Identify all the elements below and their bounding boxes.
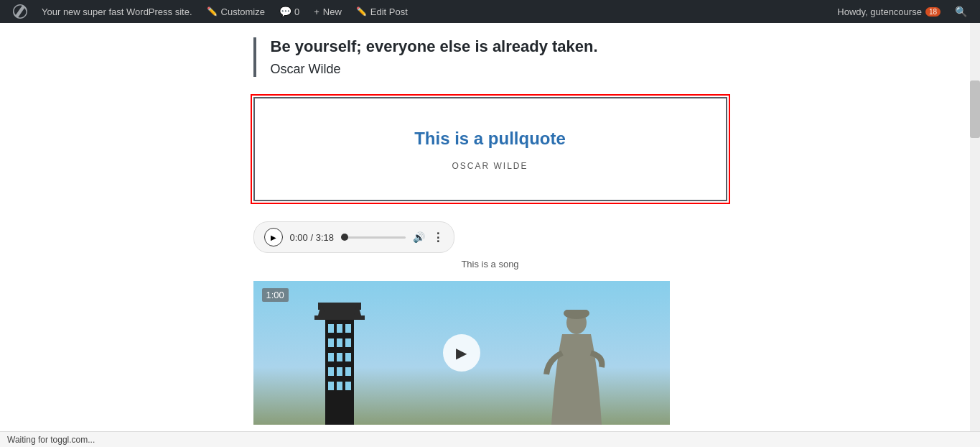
adminbar-right: Howdy, gutencourse 18 🔍 xyxy=(830,0,974,23)
customize-button[interactable]: ✏️ Customize xyxy=(200,0,272,23)
pullquote-block[interactable]: This is a pullquote OSCAR WILDE xyxy=(253,97,727,201)
comment-icon: 💬 xyxy=(279,6,291,17)
new-button[interactable]: + New xyxy=(307,0,349,23)
svg-rect-1 xyxy=(322,310,358,315)
svg-rect-0 xyxy=(318,303,361,310)
blockquote-block: Be yourself; everyone else is already ta… xyxy=(253,37,727,77)
svg-rect-7 xyxy=(328,338,334,347)
site-name-button[interactable]: Your new super fast WordPress site. xyxy=(34,0,200,23)
scrollbar-track xyxy=(970,23,980,425)
audio-progress-dot xyxy=(341,234,348,241)
audio-progress-bar[interactable] xyxy=(341,236,406,239)
svg-rect-6 xyxy=(345,324,351,333)
howdy-button[interactable]: Howdy, gutencourse 18 xyxy=(830,0,948,23)
svg-rect-2 xyxy=(314,315,365,320)
customize-label: Customize xyxy=(221,6,265,17)
pencil-icon: ✏️ xyxy=(207,6,218,17)
audio-more-button[interactable]: ⋮ xyxy=(432,231,444,244)
svg-rect-9 xyxy=(345,338,351,347)
blockquote-cite: Oscar Wilde xyxy=(271,62,341,76)
howdy-label: Howdy, gutencourse xyxy=(837,6,922,17)
svg-rect-16 xyxy=(328,382,334,390)
wp-logo-button[interactable] xyxy=(6,0,34,23)
comments-button[interactable]: 💬 0 xyxy=(272,0,307,23)
svg-rect-18 xyxy=(345,382,351,390)
audio-volume-button[interactable]: 🔊 xyxy=(413,231,425,243)
scrollbar-thumb[interactable] xyxy=(970,80,980,138)
edit-post-button[interactable]: ✏️ Edit Post xyxy=(349,0,415,23)
notification-badge: 18 xyxy=(925,7,941,17)
site-name-label: Your new super fast WordPress site. xyxy=(42,6,192,17)
audio-current-time: 0:00 / 3:18 xyxy=(290,232,334,243)
content-area: Be yourself; everyone else is already ta… xyxy=(239,23,742,425)
video-tower-image xyxy=(297,303,383,425)
comments-count: 0 xyxy=(294,6,299,17)
blockquote-text: Be yourself; everyone else is already ta… xyxy=(271,37,727,56)
plus-icon: + xyxy=(314,6,319,17)
admin-bar: Your new super fast WordPress site. ✏️ C… xyxy=(0,0,980,23)
edit-icon: ✏️ xyxy=(356,6,367,17)
svg-rect-4 xyxy=(328,324,334,333)
svg-rect-13 xyxy=(328,367,334,376)
svg-rect-10 xyxy=(328,353,334,361)
audio-player[interactable]: ▶ 0:00 / 3:18 🔊 ⋮ xyxy=(253,221,454,253)
wp-logo-icon xyxy=(13,4,27,19)
new-label: New xyxy=(323,6,342,17)
svg-rect-12 xyxy=(345,353,351,361)
audio-caption: This is a song xyxy=(253,259,727,269)
video-timestamp: 1:00 xyxy=(262,288,289,302)
video-play-button[interactable]: ▶ xyxy=(443,334,480,372)
svg-rect-15 xyxy=(345,367,351,376)
svg-rect-17 xyxy=(337,382,342,390)
search-icon: 🔍 xyxy=(955,6,967,17)
video-block[interactable]: 1:00 xyxy=(253,281,670,425)
pullquote-cite: OSCAR WILDE xyxy=(298,161,683,171)
svg-rect-11 xyxy=(337,353,342,361)
search-button[interactable]: 🔍 xyxy=(948,0,974,23)
edit-post-label: Edit Post xyxy=(370,6,408,17)
page-content: Be yourself; everyone else is already ta… xyxy=(0,23,980,425)
svg-rect-14 xyxy=(337,367,342,376)
svg-rect-8 xyxy=(337,338,342,347)
audio-play-button[interactable]: ▶ xyxy=(264,228,283,246)
pullquote-text: This is a pullquote xyxy=(298,127,683,149)
video-statue-image xyxy=(541,310,612,425)
svg-rect-5 xyxy=(337,324,342,333)
